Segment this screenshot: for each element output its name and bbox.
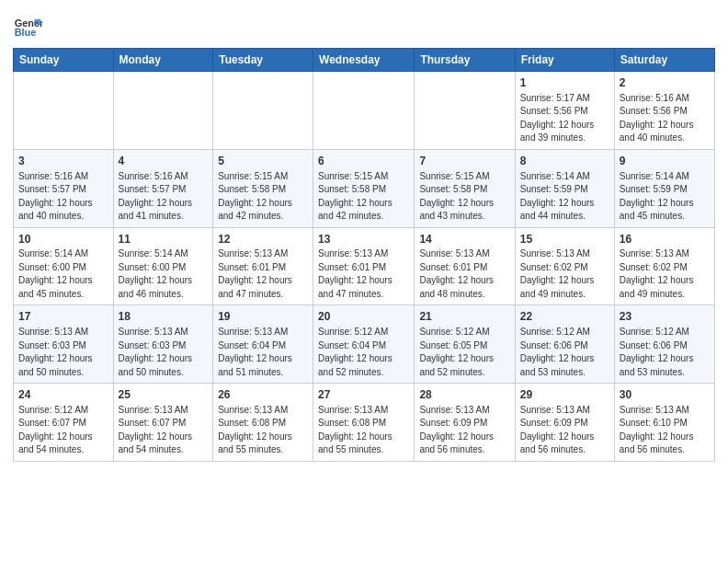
day-detail: Sunrise: 5:13 AMSunset: 6:01 PMDaylight:… xyxy=(318,247,409,301)
day-detail: Sunrise: 5:13 AMSunset: 6:03 PMDaylight:… xyxy=(119,326,209,379)
weekday-header-sunday: Sunday xyxy=(14,49,114,72)
weekday-header-row: SundayMondayTuesdayWednesdayThursdayFrid… xyxy=(14,49,715,72)
calendar-cell-19: 19Sunrise: 5:13 AMSunset: 6:04 PMDayligh… xyxy=(213,305,313,384)
day-detail: Sunrise: 5:13 AMSunset: 6:09 PMDaylight:… xyxy=(419,404,509,457)
day-number: 19 xyxy=(218,309,308,325)
day-number: 27 xyxy=(318,387,409,403)
day-number: 14 xyxy=(419,232,509,247)
calendar-cell-14: 14Sunrise: 5:13 AMSunset: 6:01 PMDayligh… xyxy=(415,227,515,305)
day-detail: Sunrise: 5:12 AMSunset: 6:07 PMDaylight:… xyxy=(18,404,108,457)
day-number: 3 xyxy=(18,154,108,169)
day-number: 18 xyxy=(119,309,209,325)
day-number: 5 xyxy=(218,154,308,169)
day-detail: Sunrise: 5:13 AMSunset: 6:10 PMDaylight:… xyxy=(620,404,710,457)
day-detail: Sunrise: 5:14 AMSunset: 5:59 PMDaylight:… xyxy=(620,170,710,224)
calendar-cell-4: 4Sunrise: 5:16 AMSunset: 5:57 PMDaylight… xyxy=(113,149,213,227)
day-number: 13 xyxy=(318,232,409,247)
calendar-table: SundayMondayTuesdayWednesdayThursdayFrid… xyxy=(13,48,715,462)
calendar-cell-13: 13Sunrise: 5:13 AMSunset: 6:01 PMDayligh… xyxy=(313,227,415,305)
weekday-header-wednesday: Wednesday xyxy=(313,49,415,72)
calendar-week-5: 24Sunrise: 5:12 AMSunset: 6:07 PMDayligh… xyxy=(14,384,715,462)
day-detail: Sunrise: 5:14 AMSunset: 6:00 PMDaylight:… xyxy=(119,247,209,301)
calendar-cell-17: 17Sunrise: 5:13 AMSunset: 6:03 PMDayligh… xyxy=(14,305,114,384)
calendar-cell-2: 2Sunrise: 5:16 AMSunset: 5:56 PMDaylight… xyxy=(614,72,714,150)
calendar-cell-empty xyxy=(213,72,313,150)
day-number: 21 xyxy=(419,309,509,325)
weekday-header-tuesday: Tuesday xyxy=(213,49,313,72)
day-detail: Sunrise: 5:13 AMSunset: 6:08 PMDaylight:… xyxy=(318,404,409,457)
calendar-cell-empty xyxy=(113,72,213,150)
calendar-cell-21: 21Sunrise: 5:12 AMSunset: 6:05 PMDayligh… xyxy=(415,305,515,384)
calendar-cell-18: 18Sunrise: 5:13 AMSunset: 6:03 PMDayligh… xyxy=(113,305,213,384)
day-number: 30 xyxy=(620,387,710,403)
calendar-cell-8: 8Sunrise: 5:14 AMSunset: 5:59 PMDaylight… xyxy=(515,149,614,227)
day-detail: Sunrise: 5:16 AMSunset: 5:56 PMDaylight:… xyxy=(620,92,710,145)
day-detail: Sunrise: 5:13 AMSunset: 6:07 PMDaylight:… xyxy=(119,404,209,457)
day-number: 29 xyxy=(520,387,609,403)
day-number: 28 xyxy=(419,387,509,403)
logo-icon: General Blue xyxy=(13,13,42,42)
calendar-cell-7: 7Sunrise: 5:15 AMSunset: 5:58 PMDaylight… xyxy=(415,149,515,227)
weekday-header-saturday: Saturday xyxy=(614,49,714,72)
day-detail: Sunrise: 5:12 AMSunset: 6:06 PMDaylight:… xyxy=(620,326,710,379)
calendar-cell-27: 27Sunrise: 5:13 AMSunset: 6:08 PMDayligh… xyxy=(313,384,415,462)
day-detail: Sunrise: 5:15 AMSunset: 5:58 PMDaylight:… xyxy=(218,170,308,224)
day-number: 8 xyxy=(520,154,609,169)
weekday-header-friday: Friday xyxy=(515,49,614,72)
day-detail: Sunrise: 5:14 AMSunset: 6:00 PMDaylight:… xyxy=(18,247,108,301)
day-detail: Sunrise: 5:13 AMSunset: 6:01 PMDaylight:… xyxy=(218,247,308,301)
calendar-cell-11: 11Sunrise: 5:14 AMSunset: 6:00 PMDayligh… xyxy=(113,227,213,305)
day-number: 9 xyxy=(620,154,710,169)
calendar-cell-empty xyxy=(14,72,114,150)
svg-text:Blue: Blue xyxy=(15,27,37,38)
day-detail: Sunrise: 5:15 AMSunset: 5:58 PMDaylight:… xyxy=(419,170,509,224)
calendar-cell-5: 5Sunrise: 5:15 AMSunset: 5:58 PMDaylight… xyxy=(213,149,313,227)
day-detail: Sunrise: 5:13 AMSunset: 6:03 PMDaylight:… xyxy=(18,326,108,379)
day-number: 20 xyxy=(318,309,409,325)
calendar-cell-26: 26Sunrise: 5:13 AMSunset: 6:08 PMDayligh… xyxy=(213,384,313,462)
day-number: 1 xyxy=(520,75,609,91)
day-detail: Sunrise: 5:13 AMSunset: 6:01 PMDaylight:… xyxy=(419,247,509,301)
day-number: 23 xyxy=(620,309,710,325)
calendar-week-4: 17Sunrise: 5:13 AMSunset: 6:03 PMDayligh… xyxy=(14,305,715,384)
day-detail: Sunrise: 5:17 AMSunset: 5:56 PMDaylight:… xyxy=(520,92,609,145)
day-detail: Sunrise: 5:16 AMSunset: 5:57 PMDaylight:… xyxy=(18,170,108,224)
day-detail: Sunrise: 5:13 AMSunset: 6:02 PMDaylight:… xyxy=(520,247,609,301)
calendar-cell-empty xyxy=(313,72,415,150)
day-detail: Sunrise: 5:13 AMSunset: 6:04 PMDaylight:… xyxy=(218,326,308,379)
calendar-cell-20: 20Sunrise: 5:12 AMSunset: 6:04 PMDayligh… xyxy=(313,305,415,384)
calendar-cell-25: 25Sunrise: 5:13 AMSunset: 6:07 PMDayligh… xyxy=(113,384,213,462)
weekday-header-thursday: Thursday xyxy=(415,49,515,72)
calendar-week-1: 1Sunrise: 5:17 AMSunset: 5:56 PMDaylight… xyxy=(14,72,715,150)
calendar-cell-1: 1Sunrise: 5:17 AMSunset: 5:56 PMDaylight… xyxy=(515,72,614,150)
day-detail: Sunrise: 5:13 AMSunset: 6:02 PMDaylight:… xyxy=(620,247,710,301)
calendar-cell-10: 10Sunrise: 5:14 AMSunset: 6:00 PMDayligh… xyxy=(14,227,114,305)
day-number: 2 xyxy=(620,75,710,91)
day-number: 4 xyxy=(119,154,209,169)
day-detail: Sunrise: 5:13 AMSunset: 6:08 PMDaylight:… xyxy=(218,404,308,457)
day-number: 22 xyxy=(520,309,609,325)
calendar-week-3: 10Sunrise: 5:14 AMSunset: 6:00 PMDayligh… xyxy=(14,227,715,305)
calendar-cell-22: 22Sunrise: 5:12 AMSunset: 6:06 PMDayligh… xyxy=(515,305,614,384)
calendar-cell-24: 24Sunrise: 5:12 AMSunset: 6:07 PMDayligh… xyxy=(14,384,114,462)
day-detail: Sunrise: 5:16 AMSunset: 5:57 PMDaylight:… xyxy=(119,170,209,224)
calendar-cell-30: 30Sunrise: 5:13 AMSunset: 6:10 PMDayligh… xyxy=(614,384,714,462)
day-number: 17 xyxy=(18,309,108,325)
logo: General Blue xyxy=(13,13,46,42)
weekday-header-monday: Monday xyxy=(113,49,213,72)
day-detail: Sunrise: 5:13 AMSunset: 6:09 PMDaylight:… xyxy=(520,404,609,457)
day-number: 16 xyxy=(620,232,710,247)
day-number: 24 xyxy=(18,387,108,403)
day-number: 12 xyxy=(218,232,308,247)
calendar-cell-3: 3Sunrise: 5:16 AMSunset: 5:57 PMDaylight… xyxy=(14,149,114,227)
day-detail: Sunrise: 5:14 AMSunset: 5:59 PMDaylight:… xyxy=(520,170,609,224)
day-number: 6 xyxy=(318,154,409,169)
day-detail: Sunrise: 5:12 AMSunset: 6:05 PMDaylight:… xyxy=(419,326,509,379)
day-number: 11 xyxy=(119,232,209,247)
calendar-cell-empty xyxy=(415,72,515,150)
calendar-cell-28: 28Sunrise: 5:13 AMSunset: 6:09 PMDayligh… xyxy=(415,384,515,462)
header: General Blue xyxy=(13,9,715,42)
calendar-cell-29: 29Sunrise: 5:13 AMSunset: 6:09 PMDayligh… xyxy=(515,384,614,462)
day-number: 15 xyxy=(520,232,609,247)
day-detail: Sunrise: 5:15 AMSunset: 5:58 PMDaylight:… xyxy=(318,170,409,224)
